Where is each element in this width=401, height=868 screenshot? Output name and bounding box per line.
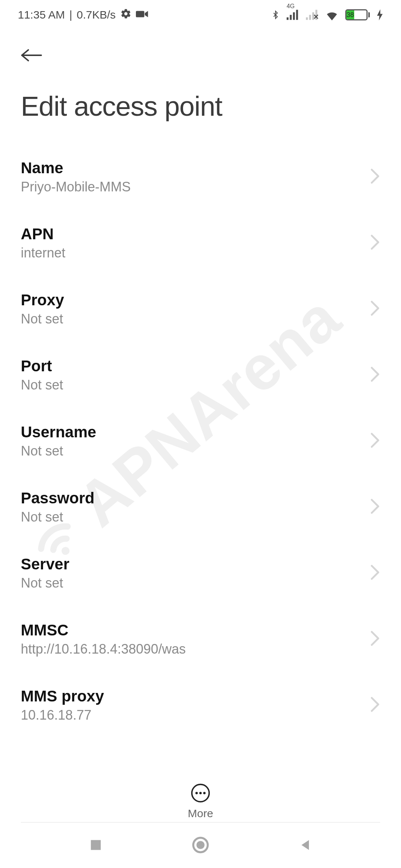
row-label: MMSC — [21, 621, 362, 639]
wifi-status-icon — [325, 9, 339, 20]
nav-home-button[interactable] — [191, 835, 210, 856]
battery-icon: 38 — [345, 9, 370, 20]
row-label: MMS proxy — [21, 687, 362, 705]
svg-point-13 — [199, 792, 202, 795]
row-value: Priyo-Mobile-MMS — [21, 179, 362, 195]
svg-rect-8 — [312, 12, 314, 20]
row-mms-proxy[interactable]: MMS proxy 10.16.18.77 — [21, 673, 380, 727]
back-button[interactable] — [21, 42, 47, 68]
nav-back-button[interactable] — [298, 838, 313, 854]
svg-rect-15 — [91, 840, 101, 850]
more-label: More — [188, 807, 213, 820]
row-value: Not set — [21, 311, 362, 327]
battery-percent: 38 — [346, 10, 354, 19]
row-mmsc[interactable]: MMSC http://10.16.18.4:38090/was — [21, 606, 380, 673]
row-label: APN — [21, 225, 362, 243]
chevron-right-icon — [370, 498, 380, 516]
row-value: 10.16.18.77 — [21, 707, 362, 723]
svg-rect-6 — [306, 17, 308, 20]
more-icon — [190, 783, 211, 803]
bottom-divider — [21, 822, 380, 823]
svg-rect-1 — [136, 11, 144, 17]
chevron-right-icon — [370, 234, 380, 252]
chevron-right-icon — [370, 564, 380, 582]
chevron-right-icon — [370, 168, 380, 186]
chevron-right-icon — [370, 300, 380, 318]
chevron-right-icon — [370, 696, 380, 714]
charging-icon — [376, 9, 383, 20]
gear-icon — [120, 8, 131, 22]
more-button[interactable]: More — [0, 783, 401, 820]
row-value: Not set — [21, 443, 362, 459]
row-value: Not set — [21, 377, 362, 393]
signal-no-sim-icon — [306, 10, 319, 20]
network-label: 4G — [287, 3, 294, 10]
header: Edit access point — [0, 30, 401, 122]
row-label: Server — [21, 555, 362, 573]
row-server[interactable]: Server Not set — [21, 540, 380, 606]
row-password[interactable]: Password Not set — [21, 474, 380, 540]
row-label: Username — [21, 423, 362, 441]
svg-rect-2 — [287, 17, 288, 20]
row-value: Not set — [21, 575, 362, 591]
nav-recent-button[interactable] — [88, 838, 103, 854]
signal-4g-icon: 4G — [287, 10, 299, 20]
svg-rect-4 — [293, 12, 295, 20]
settings-list: Name Priyo-Mobile-MMS APN internet Proxy… — [0, 122, 401, 727]
row-label: Name — [21, 159, 362, 177]
svg-rect-3 — [290, 15, 292, 20]
camera-icon — [136, 9, 149, 21]
row-value: internet — [21, 245, 362, 261]
bluetooth-icon — [271, 9, 280, 21]
svg-point-12 — [195, 792, 198, 795]
arrow-left-icon — [21, 48, 42, 63]
row-port[interactable]: Port Not set — [21, 342, 380, 408]
status-separator: | — [69, 9, 72, 21]
row-value: Not set — [21, 509, 362, 525]
row-apn[interactable]: APN internet — [21, 210, 380, 276]
svg-rect-5 — [296, 10, 298, 20]
row-label: Port — [21, 357, 362, 375]
status-bar: 11:35 AM | 0.7KB/s 4G 38 — [0, 0, 401, 30]
svg-point-17 — [196, 841, 205, 849]
page-title: Edit access point — [21, 91, 380, 122]
row-label: Proxy — [21, 291, 362, 309]
row-proxy[interactable]: Proxy Not set — [21, 276, 380, 342]
system-nav-bar — [0, 823, 401, 868]
chevron-right-icon — [370, 630, 380, 648]
row-value: http://10.16.18.4:38090/was — [21, 641, 362, 657]
row-label: Password — [21, 489, 362, 507]
chevron-right-icon — [370, 366, 380, 384]
status-net-speed: 0.7KB/s — [77, 9, 116, 21]
svg-rect-7 — [309, 15, 311, 20]
row-username[interactable]: Username Not set — [21, 408, 380, 474]
row-name[interactable]: Name Priyo-Mobile-MMS — [21, 144, 380, 210]
chevron-right-icon — [370, 432, 380, 450]
svg-point-14 — [203, 792, 206, 795]
status-time: 11:35 AM — [18, 9, 65, 21]
